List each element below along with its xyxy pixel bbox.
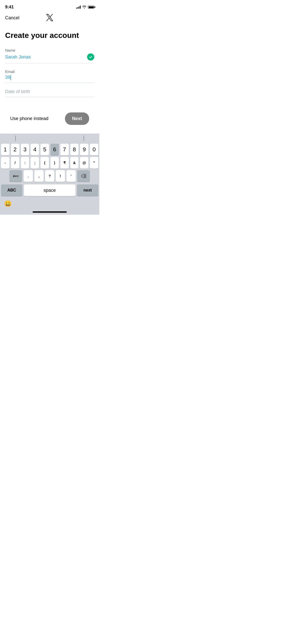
form-area: Create your account Name Sarah Jonas Ema… (0, 25, 99, 130)
keyboard-row-special: #+= . , ? ! ' (1, 170, 98, 182)
key-ampersand[interactable]: & (70, 157, 79, 169)
key-rupee[interactable]: ₹ (60, 157, 69, 169)
key-period[interactable]: . (24, 170, 33, 182)
keyboard-row-symbols: - / : ; ( ) ₹ & @ " (1, 157, 98, 169)
signal-icon (76, 6, 81, 9)
key-6[interactable]: 6 (50, 144, 59, 155)
abc-key[interactable]: ABC (1, 184, 22, 196)
space-key[interactable]: space (24, 184, 75, 196)
email-field-group: Email 39 (5, 69, 94, 83)
keyboard: 1 2 3 4 5 6 7 8 9 0 - / : ; ( ) ₹ & @ " … (0, 134, 99, 215)
email-label: Email (5, 69, 94, 74)
name-label: Name (5, 48, 94, 52)
wifi-icon (82, 5, 86, 9)
cursor-right-indicator (84, 136, 84, 141)
key-at[interactable]: @ (80, 157, 88, 169)
key-0[interactable]: 0 (90, 144, 98, 155)
keyboard-next-key[interactable]: next (77, 184, 98, 196)
key-lparen[interactable]: ( (40, 157, 49, 169)
key-2[interactable]: 2 (11, 144, 19, 155)
dob-field-group: Date of birth (5, 89, 94, 97)
key-4[interactable]: 4 (31, 144, 39, 155)
keyboard-bottom-row: ABC space next (0, 184, 99, 197)
name-field-row: Sarah Jonas (5, 53, 94, 63)
backspace-key[interactable] (77, 170, 90, 182)
battery-icon (88, 6, 94, 9)
keyboard-rows: 1 2 3 4 5 6 7 8 9 0 - / : ; ( ) ₹ & @ " … (0, 142, 99, 184)
name-field-group: Name Sarah Jonas (5, 48, 94, 63)
key-colon[interactable]: : (21, 157, 29, 169)
status-icons (76, 5, 94, 9)
key-apostrophe[interactable]: ' (66, 170, 76, 182)
status-time: 9:41 (5, 5, 14, 10)
emoji-button[interactable]: 😀 (4, 200, 12, 207)
key-slash[interactable]: / (11, 157, 19, 169)
key-comma[interactable]: , (34, 170, 44, 182)
cursor-left-indicator (15, 136, 16, 141)
key-semicolon[interactable]: ; (31, 157, 39, 169)
cancel-button[interactable]: Cancel (5, 14, 19, 22)
key-7[interactable]: 7 (60, 144, 69, 155)
use-phone-button[interactable]: Use phone instead (10, 116, 48, 121)
page-title: Create your account (5, 31, 94, 40)
key-question[interactable]: ? (45, 170, 54, 182)
key-9[interactable]: 9 (80, 144, 88, 155)
dob-placeholder[interactable]: Date of birth (5, 89, 30, 94)
email-field-row: 39 (5, 75, 94, 83)
key-5[interactable]: 5 (40, 144, 49, 155)
next-button[interactable]: Next (65, 112, 89, 125)
email-input[interactable]: 39 (5, 75, 94, 80)
home-indicator (33, 211, 67, 213)
bottom-action-bar: Use phone instead Next (5, 107, 94, 130)
name-input[interactable]: Sarah Jonas (5, 54, 87, 60)
key-1[interactable]: 1 (1, 144, 9, 155)
key-symbols-toggle[interactable]: #+= (9, 170, 22, 182)
key-8[interactable]: 8 (70, 144, 79, 155)
x-logo (46, 14, 53, 22)
key-3[interactable]: 3 (21, 144, 29, 155)
key-rparen[interactable]: ) (50, 157, 59, 169)
key-dquote[interactable]: " (90, 157, 98, 169)
dob-field-row: Date of birth (5, 89, 94, 97)
keyboard-top-bar (0, 134, 99, 142)
keyboard-row-numbers: 1 2 3 4 5 6 7 8 9 0 (1, 144, 98, 155)
key-minus[interactable]: - (1, 157, 9, 169)
status-bar: 9:41 (0, 0, 99, 12)
key-exclaim[interactable]: ! (56, 170, 65, 182)
nav-bar: Cancel (0, 12, 99, 25)
emoji-row: 😀 (0, 198, 99, 210)
name-valid-badge (87, 53, 94, 61)
